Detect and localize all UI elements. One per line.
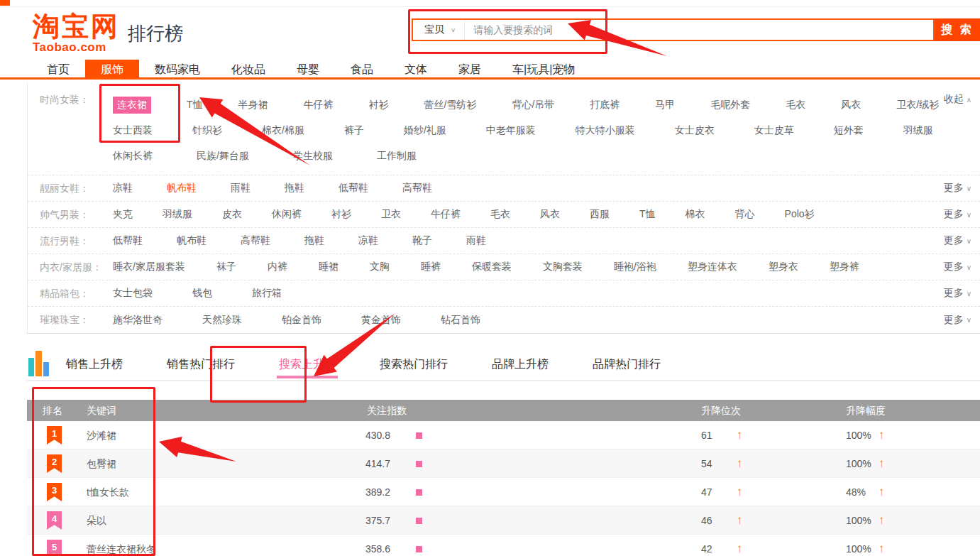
tab-brand-hot[interactable]: 品牌热门排行 [590, 346, 663, 378]
category-link[interactable]: 西服 [590, 208, 610, 221]
nav-item-culture[interactable]: 文体 [389, 60, 443, 77]
category-link[interactable]: 女士皮衣 [675, 124, 715, 137]
more-toggle[interactable]: 更多 ∨ [944, 254, 971, 280]
tab-search-hot[interactable]: 搜索热门排行 [378, 346, 450, 378]
category-link[interactable]: 文胸套装 [543, 261, 583, 273]
more-toggle[interactable]: 更多 ∨ [944, 202, 971, 227]
category-link[interactable]: 休闲裤 [272, 208, 302, 221]
category-link[interactable]: 婚纱/礼服 [404, 124, 446, 137]
search-category-dropdown[interactable]: 宝贝 ∨ [413, 20, 465, 40]
category-link-hot[interactable]: 帆布鞋 [167, 182, 197, 195]
nav-item-apparel[interactable]: 服饰 [85, 60, 139, 77]
search-input[interactable] [465, 20, 933, 40]
category-link[interactable]: 毛呢外套 [710, 99, 750, 111]
category-link[interactable]: 皮衣 [222, 208, 242, 221]
nav-item-car-toys-pets[interactable]: 车|玩具|宠物 [497, 60, 590, 77]
category-link[interactable]: 塑身连体衣 [688, 261, 737, 273]
category-link[interactable]: 袜子 [216, 261, 236, 273]
category-link[interactable]: 施华洛世奇 [113, 314, 163, 327]
category-link[interactable]: 针织衫 [192, 124, 222, 137]
category-link[interactable]: 内裤 [268, 261, 287, 273]
table-row[interactable]: 5 蕾丝连衣裙秋冬 358.6 42 ↑ 100% ↑ [27, 535, 980, 556]
category-link[interactable]: 夹克 [113, 208, 133, 221]
keyword-link[interactable]: 朵以 [87, 506, 106, 535]
category-link[interactable]: 塑身衣 [769, 261, 798, 273]
category-link[interactable]: 睡裙 [319, 261, 338, 273]
category-link[interactable]: 雨鞋 [466, 234, 486, 247]
table-row[interactable]: 2 包臀裙 414.7 54 ↑ 100% ↑ [27, 449, 980, 478]
nav-item-home-furnishing[interactable]: 家居 [443, 60, 497, 77]
category-link[interactable]: 女士皮草 [754, 124, 794, 137]
category-link[interactable]: 帆布鞋 [177, 234, 207, 247]
category-link[interactable]: 旅行箱 [252, 287, 282, 300]
more-toggle[interactable]: 更多 ∨ [944, 175, 971, 201]
category-link[interactable]: 背心/吊带 [512, 99, 554, 111]
category-link[interactable]: 棉衣/棉服 [262, 124, 304, 137]
category-link[interactable]: 黄金首饰 [361, 314, 401, 327]
category-link[interactable]: 马甲 [655, 99, 675, 111]
category-link[interactable]: 钻石首饰 [441, 314, 480, 327]
category-link[interactable]: T恤 [639, 208, 656, 221]
table-row[interactable]: 3 t恤女长款 389.2 47 ↑ 48% ↑ [27, 478, 980, 506]
nav-item-home[interactable]: 首页 [31, 60, 85, 77]
category-link[interactable]: 睡袍/浴袍 [614, 261, 656, 273]
category-link[interactable]: 衬衫 [369, 99, 389, 111]
category-link[interactable]: 短外套 [834, 124, 864, 137]
category-link[interactable]: 风衣 [540, 208, 560, 221]
category-link[interactable]: 天然珍珠 [202, 314, 242, 327]
nav-item-digital[interactable]: 数码家电 [139, 60, 216, 77]
category-link[interactable]: 凉鞋 [113, 182, 133, 195]
category-link[interactable]: 塑身裤 [830, 261, 859, 273]
category-link[interactable]: 风衣 [841, 99, 861, 111]
category-link[interactable]: Polo衫 [785, 208, 815, 221]
collapse-toggle[interactable]: 收起 ∧ [944, 93, 971, 106]
category-link[interactable]: 女士西装 [113, 124, 153, 137]
category-link[interactable]: 雨鞋 [231, 182, 250, 195]
table-row[interactable]: 4 朵以 375.7 46 ↑ 100% ↑ [27, 506, 980, 535]
category-link[interactable]: 拖鞋 [285, 182, 304, 195]
more-toggle[interactable]: 更多 ∨ [944, 228, 971, 254]
category-link[interactable]: 高帮鞋 [402, 182, 432, 195]
keyword-link[interactable]: t恤女长款 [87, 478, 129, 506]
more-toggle[interactable]: 更多 ∨ [944, 307, 971, 333]
tab-sales-hot[interactable]: 销售热门排行 [165, 346, 237, 378]
category-link[interactable]: 文胸 [370, 261, 390, 273]
category-link[interactable]: 凉鞋 [358, 234, 378, 247]
category-link[interactable]: 休闲长裤 [113, 150, 153, 163]
category-link[interactable]: 裤子 [344, 124, 364, 137]
category-link[interactable]: 羽绒服 [163, 208, 192, 221]
category-link[interactable]: 打底裤 [590, 99, 620, 111]
category-link[interactable]: 特大特小服装 [576, 124, 635, 137]
category-link[interactable]: 牛仔裤 [304, 99, 334, 111]
keyword-link[interactable]: 包臀裙 [87, 449, 116, 478]
category-link[interactable]: 棉衣 [686, 208, 705, 221]
category-link[interactable]: 民族/舞台服 [197, 150, 249, 163]
tab-sales-rising[interactable]: 销售上升榜 [64, 346, 125, 378]
category-link[interactable]: 蕾丝/雪纺衫 [424, 99, 477, 111]
taobao-logo[interactable]: 淘宝网 Taobao.com [33, 13, 120, 53]
search-button[interactable]: 搜 索 [935, 18, 980, 41]
table-row[interactable]: 1 沙滩裙 430.8 61 ↑ 100% ↑ [27, 421, 980, 449]
category-link[interactable]: 羽绒服 [903, 124, 933, 137]
category-link[interactable]: 保暖套装 [472, 261, 512, 273]
category-link[interactable]: 钱包 [192, 287, 212, 300]
more-toggle[interactable]: 更多 ∨ [944, 280, 971, 306]
category-link[interactable]: 卫衣 [381, 208, 401, 221]
nav-item-food[interactable]: 食品 [335, 60, 389, 77]
nav-item-cosmetics[interactable]: 化妆品 [216, 60, 281, 77]
category-link[interactable]: 半身裙 [238, 99, 268, 111]
category-link[interactable]: 中老年服装 [486, 124, 536, 137]
category-link[interactable]: 女士包袋 [113, 287, 153, 300]
category-link[interactable]: 牛仔裤 [431, 208, 461, 221]
category-link[interactable]: 工作制服 [377, 150, 417, 163]
tab-search-rising[interactable]: 搜索上升榜 [277, 346, 338, 378]
category-link[interactable]: 低帮鞋 [113, 234, 143, 247]
category-link[interactable]: T恤 [187, 99, 203, 111]
category-link-highlighted[interactable]: 连衣裙 [113, 97, 151, 114]
category-link[interactable]: 睡衣/家居服套装 [113, 261, 185, 273]
category-link[interactable]: 背心 [735, 208, 755, 221]
tab-brand-rising[interactable]: 品牌上升榜 [490, 346, 551, 378]
category-link[interactable]: 睡裤 [421, 261, 441, 273]
category-link[interactable]: 靴子 [412, 234, 432, 247]
category-link[interactable]: 高帮鞋 [241, 234, 270, 247]
